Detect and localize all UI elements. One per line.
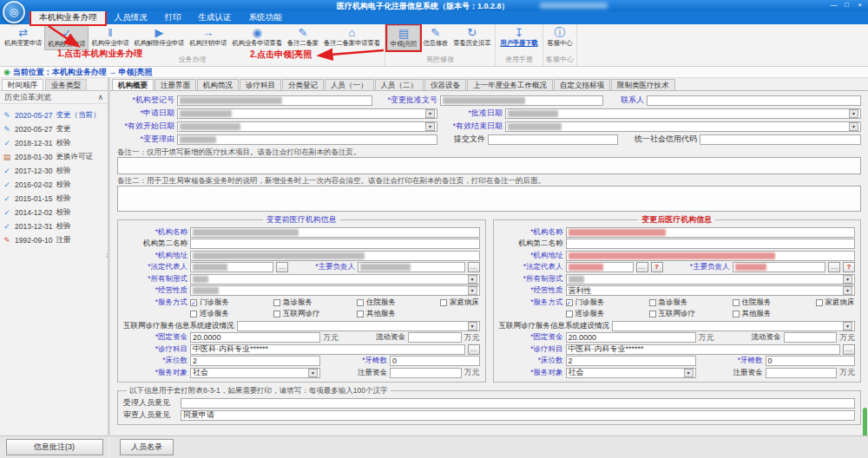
approve-date-combo[interactable]: ▾ xyxy=(505,108,861,119)
history-item[interactable]: ✎2020-05-27变更（当前） xyxy=(3,108,105,122)
form-tab[interactable]: 人员（一） xyxy=(325,79,374,90)
chevron-down-icon[interactable]: ▾ xyxy=(468,286,477,295)
review-opinion-input[interactable]: 同意申请 xyxy=(181,410,855,421)
form-tab[interactable]: 仪器设备 xyxy=(424,79,466,90)
beds-input[interactable]: 2 xyxy=(566,356,696,366)
change-mark-button[interactable]: ? xyxy=(651,262,663,272)
floating-fund-input[interactable] xyxy=(408,332,462,343)
chevron-down-icon[interactable]: ▾ xyxy=(684,369,694,377)
history-item[interactable]: ✓2013-12-31校验 xyxy=(3,219,105,233)
address-input[interactable] xyxy=(566,251,856,261)
approval-no-input[interactable] xyxy=(440,95,603,106)
menu-item[interactable]: 人员情况 xyxy=(107,11,155,24)
history-item[interactable]: ✎1992-09-10注册 xyxy=(3,233,105,247)
scrollbar-thumb[interactable] xyxy=(863,408,867,435)
contact-input[interactable] xyxy=(647,95,861,106)
form-tab[interactable]: 分类登记 xyxy=(282,79,324,90)
form-tab[interactable]: 机构简况 xyxy=(197,79,239,90)
form-tab[interactable]: 机构概要 xyxy=(112,79,154,90)
lookup-button[interactable]: … xyxy=(828,262,840,272)
collapse-icon[interactable]: ∧ xyxy=(97,93,103,101)
ownership-combo[interactable]: ▾ xyxy=(566,274,856,285)
nature-combo[interactable]: ▾ xyxy=(190,285,480,296)
service-mode-checkbox[interactable]: 家庭病床 xyxy=(816,298,868,308)
chevron-down-icon[interactable]: ▾ xyxy=(468,275,477,284)
chevron-down-icon[interactable]: ▾ xyxy=(849,122,858,131)
legal-rep-input[interactable] xyxy=(566,262,634,272)
lookup-button[interactable]: … xyxy=(636,262,648,272)
ownership-combo[interactable]: ▾ xyxy=(190,274,480,285)
service-mode-checkbox[interactable]: 互联网诊疗 xyxy=(649,309,730,319)
chevron-down-icon[interactable]: ▾ xyxy=(425,109,435,118)
form-tab[interactable]: 自定义指标项 xyxy=(554,79,610,90)
service-mode-checkbox[interactable]: 巡诊服务 xyxy=(566,309,647,319)
lookup-button[interactable]: … xyxy=(276,262,288,272)
legal-rep-input[interactable] xyxy=(190,262,273,272)
form-tab[interactable]: 上一年度业务工作概况 xyxy=(467,79,553,90)
toolbar-button[interactable]: ⓘ客服中心 xyxy=(545,25,575,49)
chevron-down-icon[interactable]: ▾ xyxy=(468,322,477,330)
toolbar-button[interactable]: ↻查看历史沿革 xyxy=(450,25,493,49)
reg-no-input[interactable] xyxy=(177,95,372,106)
chevron-down-icon[interactable]: ▾ xyxy=(308,369,318,377)
service-mode-checkbox[interactable]: 急诊服务 xyxy=(273,298,354,308)
toolbar-button[interactable]: →机构注销申请 xyxy=(187,25,229,49)
chevron-down-icon[interactable]: ▾ xyxy=(849,109,858,118)
nature-combo[interactable]: 营利性▾ xyxy=(566,285,856,296)
splitter-handle[interactable]: ⁞ xyxy=(106,252,107,259)
registered-fund-input[interactable] xyxy=(766,368,838,378)
second-name-input[interactable] xyxy=(566,239,856,249)
internet-info-combo[interactable]: ▾ xyxy=(612,321,855,331)
internet-info-combo[interactable]: ▾ xyxy=(237,321,480,331)
valid-end-combo[interactable]: ▾ xyxy=(505,121,861,132)
maximize-icon[interactable]: □ xyxy=(840,0,853,10)
clinical-subjects-input[interactable]: 中医科·内科专业****** xyxy=(566,344,841,355)
credit-code-input[interactable] xyxy=(700,134,861,145)
form-tab[interactable]: 诊疗科目 xyxy=(240,79,281,90)
toolbar-button[interactable]: ✓机构校验申请 xyxy=(44,25,89,50)
service-mode-checkbox[interactable]: ✓门诊服务 xyxy=(566,298,647,308)
sidebar-tab[interactable]: 业务类型 xyxy=(45,79,87,90)
history-item[interactable]: ✓2016-02-02校验 xyxy=(3,178,105,192)
history-item[interactable]: ✓2018-12-31校验 xyxy=(3,136,105,150)
service-object-combo[interactable]: 社会▾ xyxy=(190,368,320,378)
personnel-list-button[interactable]: 人员名录 xyxy=(120,439,174,455)
form-tab[interactable]: 人员（二） xyxy=(375,79,424,90)
lookup-button[interactable]: … xyxy=(843,344,855,355)
fixed-fund-input[interactable]: 20.0000 xyxy=(566,332,696,343)
minimize-icon[interactable]: — xyxy=(827,0,840,10)
lookup-button[interactable]: … xyxy=(468,344,480,355)
note2-textarea[interactable] xyxy=(117,186,861,212)
institution-name-input[interactable] xyxy=(190,227,480,238)
menu-item[interactable]: 本机构业务办理 xyxy=(31,11,105,24)
toolbar-button[interactable]: ✎信息修改 xyxy=(420,25,450,49)
toolbar-button[interactable]: ▤申领|亮照 xyxy=(387,25,420,50)
menu-item[interactable]: 打印 xyxy=(157,11,189,24)
history-item[interactable]: ✓2017-12-30校验 xyxy=(3,164,105,178)
change-reason-input[interactable] xyxy=(177,134,437,145)
history-item[interactable]: ✎2020-05-27变更 xyxy=(3,122,105,136)
second-name-input[interactable] xyxy=(190,239,480,249)
dental-chairs-input[interactable]: 0 xyxy=(766,356,856,366)
form-tab[interactable]: 限制类医疗技术 xyxy=(611,79,675,90)
toolbar-button[interactable]: ⌂备注二备案申请查看 xyxy=(321,25,383,49)
service-mode-checkbox[interactable]: 其他服务 xyxy=(733,309,813,319)
principal-input[interactable] xyxy=(358,262,465,272)
institution-name-input[interactable] xyxy=(566,227,856,238)
service-mode-checkbox[interactable]: ✓门诊服务 xyxy=(190,298,271,308)
sidebar-splitter[interactable] xyxy=(108,78,110,435)
service-object-combo[interactable]: 社会▾ xyxy=(566,368,696,378)
apply-date-combo[interactable]: ▾ xyxy=(177,108,437,119)
beds-input[interactable]: 2 xyxy=(190,356,320,366)
submit-file-input[interactable] xyxy=(488,134,618,145)
history-item[interactable]: ✓2014-12-02校验 xyxy=(3,206,105,219)
fixed-fund-input[interactable]: 20.0000 xyxy=(190,332,320,343)
dental-chairs-input[interactable]: 0 xyxy=(390,356,480,366)
toolbar-button[interactable]: ✎备注二备案 xyxy=(285,25,321,49)
info-annotation-button[interactable]: 信息批注(3) xyxy=(6,439,103,455)
note1-textarea[interactable] xyxy=(117,157,861,174)
form-tab[interactable]: 注册界面 xyxy=(155,79,196,90)
menu-item[interactable]: 生成认证 xyxy=(191,11,240,24)
chevron-down-icon[interactable]: ▾ xyxy=(425,122,435,131)
valid-start-combo[interactable]: ▾ xyxy=(177,121,437,132)
